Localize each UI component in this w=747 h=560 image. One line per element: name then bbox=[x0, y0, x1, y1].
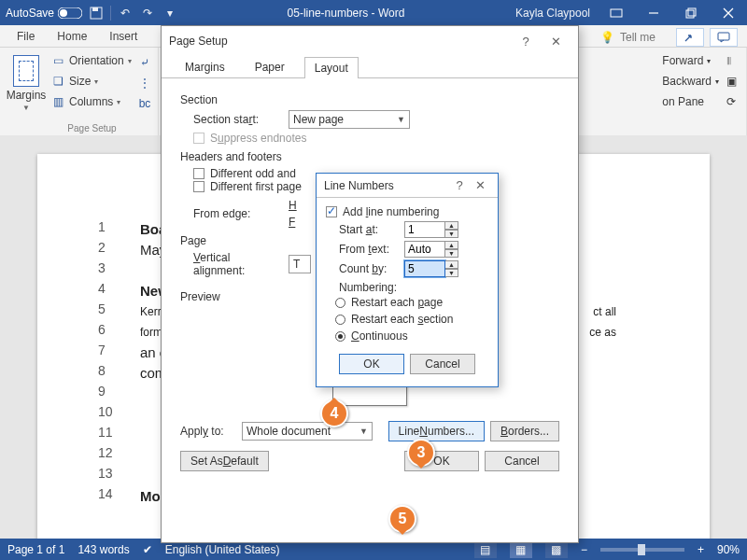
line-number: 3 bbox=[98, 260, 106, 275]
start-at-spinner[interactable]: ▲▼ bbox=[404, 221, 458, 238]
tab-paper[interactable]: Paper bbox=[245, 56, 295, 77]
minimize-button[interactable] bbox=[635, 0, 672, 25]
qat-more-icon[interactable]: ▾ bbox=[162, 5, 178, 21]
margins-button[interactable]: Margins ▼ bbox=[6, 51, 47, 115]
line-number: 11 bbox=[98, 425, 113, 440]
borders-button[interactable]: Borders... bbox=[490, 421, 559, 441]
share-button[interactable] bbox=[676, 28, 704, 47]
line-numbers-button[interactable]: Line Numbers... bbox=[388, 421, 485, 441]
cancel-button[interactable]: Cancel bbox=[410, 354, 475, 374]
doc-text: ct all bbox=[593, 301, 616, 322]
restart-each-section-radio[interactable]: Restart each section bbox=[326, 311, 488, 328]
tell-me-icon[interactable]: 💡 bbox=[600, 31, 614, 44]
align-button[interactable]: ⫴ bbox=[726, 51, 737, 70]
add-line-numbering-checkbox[interactable]: ✓ Add line numbering bbox=[326, 205, 488, 218]
spellcheck-icon[interactable]: ✔ bbox=[143, 543, 152, 556]
close-button[interactable]: ✕ bbox=[541, 35, 571, 49]
set-as-default-button[interactable]: Set As Default bbox=[180, 451, 269, 471]
restart-each-page-radio[interactable]: Restart each page bbox=[326, 294, 488, 311]
radio-icon bbox=[335, 298, 345, 308]
comment-icon bbox=[717, 32, 730, 43]
document-title: 05-line-numbers - Word bbox=[184, 7, 508, 20]
start-at-input[interactable] bbox=[404, 221, 445, 238]
svg-rect-6 bbox=[686, 10, 694, 18]
tab-layout[interactable]: Layout bbox=[304, 57, 359, 78]
from-text-spinner[interactable]: ▲▼ bbox=[404, 241, 458, 258]
dialog-titlebar[interactable]: Page Setup ? ✕ bbox=[162, 26, 578, 56]
help-button[interactable]: ? bbox=[511, 35, 541, 49]
comments-button[interactable] bbox=[710, 28, 738, 47]
vertical-alignment-select[interactable]: T bbox=[289, 255, 311, 273]
orientation-label: Orientation bbox=[69, 54, 124, 67]
apply-to-select[interactable]: Whole document▼ bbox=[242, 422, 373, 441]
dialog-title: Line Numbers bbox=[324, 179, 394, 192]
group-label-page-setup: Page Setup bbox=[50, 123, 134, 135]
status-words[interactable]: 143 words bbox=[78, 543, 129, 556]
columns-button[interactable]: ▥Columns▾ bbox=[50, 92, 134, 111]
count-by-spinner[interactable]: ▲▼ bbox=[404, 260, 458, 277]
select-value: T bbox=[293, 258, 300, 271]
section-start-select[interactable]: New page▼ bbox=[289, 110, 410, 129]
zoom-in-button[interactable]: + bbox=[698, 543, 704, 556]
redo-icon[interactable]: ↷ bbox=[139, 5, 156, 21]
web-layout-icon[interactable]: ▩ bbox=[545, 541, 568, 558]
continuous-radio[interactable]: Continuous bbox=[326, 328, 488, 344]
breaks-button[interactable]: ⤶ bbox=[137, 53, 152, 72]
line-number: 13 bbox=[98, 466, 113, 481]
section-start-label: Section start: bbox=[180, 113, 283, 126]
size-button[interactable]: ❏Size▾ bbox=[50, 72, 134, 91]
orientation-icon: ▭ bbox=[50, 53, 65, 68]
title-bar: AutoSave ↶ ↷ ▾ 05-line-numbers - Word Ka… bbox=[0, 0, 747, 25]
count-by-input[interactable] bbox=[404, 260, 445, 277]
size-label: Size bbox=[69, 75, 91, 88]
save-icon[interactable] bbox=[88, 5, 105, 21]
ribbon-tools: 💡 Tell me bbox=[600, 28, 747, 47]
from-text-input[interactable] bbox=[404, 241, 445, 258]
send-backward-button[interactable]: Backward ▾ bbox=[662, 72, 719, 91]
line-numbers-button[interactable]: ⋮ bbox=[137, 74, 152, 92]
close-button[interactable] bbox=[710, 0, 747, 25]
undo-icon[interactable]: ↶ bbox=[117, 5, 134, 21]
line-number: 12 bbox=[98, 445, 113, 460]
help-button[interactable]: ? bbox=[449, 178, 470, 192]
tab-home[interactable]: Home bbox=[49, 26, 94, 47]
orientation-button[interactable]: ▭Orientation▾ bbox=[50, 51, 134, 70]
status-language[interactable]: English (United States) bbox=[165, 543, 280, 556]
spin-up-icon[interactable]: ▲ bbox=[445, 241, 458, 249]
zoom-value[interactable]: 90% bbox=[717, 543, 740, 556]
size-icon: ❏ bbox=[50, 74, 65, 89]
spin-down-icon[interactable]: ▼ bbox=[445, 269, 458, 277]
zoom-out-button[interactable]: − bbox=[581, 543, 587, 556]
spin-down-icon[interactable]: ▼ bbox=[445, 230, 458, 238]
tab-margins[interactable]: Margins bbox=[175, 56, 235, 77]
group-button[interactable]: ▣ bbox=[726, 72, 737, 91]
tab-insert[interactable]: Insert bbox=[102, 26, 145, 47]
spin-up-icon[interactable]: ▲ bbox=[445, 260, 458, 269]
spin-down-icon[interactable]: ▼ bbox=[445, 249, 458, 258]
line-number: 14 bbox=[98, 486, 113, 501]
select-value: Whole document bbox=[247, 425, 331, 438]
tell-me-label[interactable]: Tell me bbox=[620, 31, 655, 44]
cancel-button[interactable]: Cancel bbox=[485, 451, 559, 471]
ok-button[interactable]: OK bbox=[339, 354, 404, 374]
spin-up-icon[interactable]: ▲ bbox=[445, 221, 458, 230]
svg-rect-10 bbox=[718, 33, 729, 40]
rotate-button[interactable]: ⟳ bbox=[726, 92, 737, 111]
selection-pane-button[interactable]: on Pane bbox=[662, 92, 719, 111]
user-name[interactable]: Kayla Claypool bbox=[508, 7, 598, 20]
autosave-toggle[interactable]: AutoSave bbox=[6, 7, 82, 20]
print-layout-icon[interactable]: ▦ bbox=[510, 541, 532, 558]
ribbon-display-icon[interactable] bbox=[598, 0, 635, 25]
dialog-titlebar[interactable]: Line Numbers ? ✕ bbox=[317, 174, 498, 198]
bring-forward-label: Forward bbox=[662, 54, 703, 67]
zoom-slider[interactable] bbox=[600, 548, 684, 552]
bring-forward-button[interactable]: Forward ▾ bbox=[662, 51, 719, 70]
restore-button[interactable] bbox=[672, 0, 710, 25]
read-mode-icon[interactable]: ▤ bbox=[474, 541, 497, 558]
hyphenation-button[interactable]: bc bbox=[137, 94, 152, 113]
checkbox-icon bbox=[193, 181, 204, 192]
page-setup-group: Margins ▼ ▭Orientation▾ ❏Size▾ ▥Columns▾… bbox=[0, 48, 159, 135]
status-page[interactable]: Page 1 of 1 bbox=[7, 543, 64, 556]
tab-file[interactable]: File bbox=[9, 26, 42, 47]
close-button[interactable]: ✕ bbox=[470, 178, 490, 192]
